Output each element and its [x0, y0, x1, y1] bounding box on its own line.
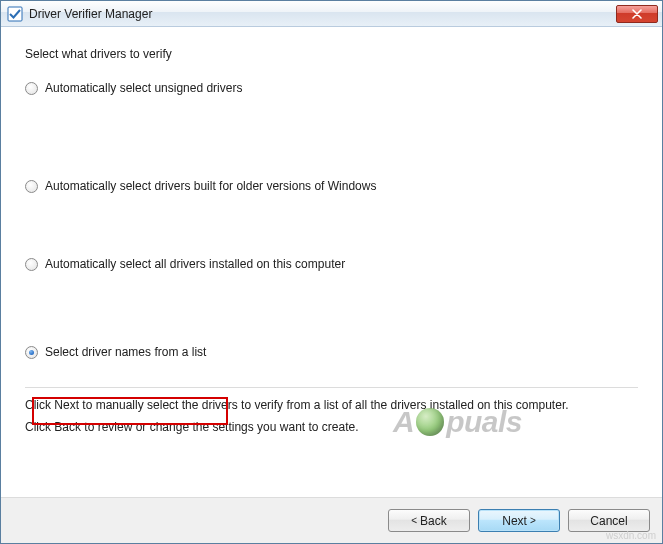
- next-button-label: Next: [502, 514, 527, 528]
- window-frame: Driver Verifier Manager Select what driv…: [0, 0, 663, 544]
- cancel-button[interactable]: Cancel: [568, 509, 650, 532]
- hint-next: Click Next to manually select the driver…: [25, 398, 638, 412]
- close-button[interactable]: [616, 5, 658, 23]
- cancel-button-label: Cancel: [590, 514, 627, 528]
- option-unsigned-drivers[interactable]: Automatically select unsigned drivers: [25, 79, 638, 97]
- radio-label: Select driver names from a list: [45, 345, 206, 359]
- page-heading: Select what drivers to verify: [25, 47, 638, 61]
- window-title: Driver Verifier Manager: [29, 7, 616, 21]
- option-all-installed-drivers[interactable]: Automatically select all drivers install…: [25, 255, 638, 273]
- hint-back: Click Back to review or change the setti…: [25, 420, 638, 434]
- chevron-left-icon: <: [411, 516, 417, 526]
- radio-label: Automatically select unsigned drivers: [45, 81, 242, 95]
- titlebar: Driver Verifier Manager: [1, 1, 662, 27]
- radio-icon: [25, 82, 38, 95]
- back-button[interactable]: < Back: [388, 509, 470, 532]
- close-icon: [632, 9, 642, 19]
- option-older-windows-drivers[interactable]: Automatically select drivers built for o…: [25, 177, 638, 195]
- radio-group: Automatically select unsigned drivers Au…: [25, 79, 638, 361]
- chevron-right-icon: >: [530, 516, 536, 526]
- separator: [25, 387, 638, 388]
- radio-label: Automatically select all drivers install…: [45, 257, 345, 271]
- radio-icon: [25, 346, 38, 359]
- radio-icon: [25, 180, 38, 193]
- button-bar: < Back Next > Cancel: [1, 497, 662, 543]
- option-select-from-list[interactable]: Select driver names from a list: [25, 343, 638, 361]
- back-button-label: Back: [420, 514, 447, 528]
- radio-icon: [25, 258, 38, 271]
- radio-label: Automatically select drivers built for o…: [45, 179, 376, 193]
- content-area: Select what drivers to verify Automatica…: [1, 27, 662, 497]
- next-button[interactable]: Next >: [478, 509, 560, 532]
- app-icon: [7, 6, 23, 22]
